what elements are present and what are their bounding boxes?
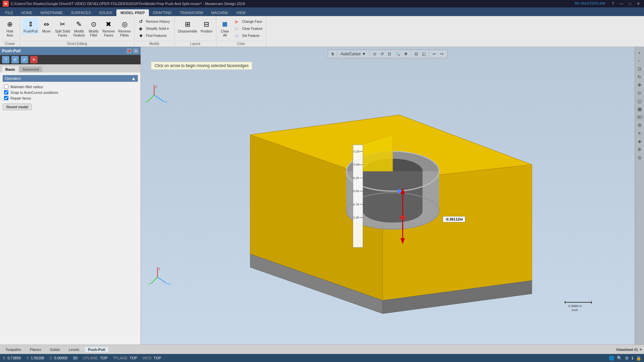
minimize-button[interactable]: — bbox=[618, 1, 625, 6]
help-button[interactable]: ? bbox=[610, 1, 615, 6]
svg-text:-1.00: -1.00 bbox=[352, 216, 359, 219]
vp-redo[interactable]: ↪ bbox=[439, 51, 445, 57]
remove-fillets-button[interactable]: ◎ RemoveFillets bbox=[117, 18, 132, 38]
tab-planes[interactable]: Planes bbox=[26, 347, 45, 352]
panel-pin-button[interactable]: 📌 bbox=[126, 48, 132, 54]
simplify-solid-button[interactable]: ◈ Simplify Solid ▾ bbox=[138, 25, 171, 32]
rt-extra2[interactable]: ◎ bbox=[636, 154, 643, 161]
panel-section-toggle[interactable]: ▲ bbox=[131, 76, 136, 81]
left-panel: Push-Pull 📌 ✕ ? ✔ ✔ ✕ Basic Advanced Ope… bbox=[0, 47, 141, 345]
vp-undo[interactable]: ↩ bbox=[431, 51, 437, 57]
push-pull-button[interactable]: ⇕ Push/Pull bbox=[22, 18, 39, 34]
simplify-solid-icon: ◈ bbox=[139, 26, 145, 31]
remove-history-button[interactable]: ↺ Remove History bbox=[138, 18, 171, 25]
repair-faces-checkbox[interactable] bbox=[4, 96, 8, 100]
status-tplane: TPLANE: TOP bbox=[113, 356, 137, 360]
split-solid-faces-button[interactable]: ✂ Split SolidFaces bbox=[54, 18, 71, 38]
ribbon-group-layout: ⊞ Disassemble ⊟ Position Layout bbox=[175, 16, 216, 47]
tab-view[interactable]: VIEW bbox=[232, 9, 250, 16]
tab-file[interactable]: FILE bbox=[1, 9, 17, 16]
viewport[interactable]: 0.25 0.00 -0.25 -0.50 -0.75 -1.00 X bbox=[141, 47, 635, 345]
svg-marker-4 bbox=[383, 281, 532, 314]
disassemble-icon: ⊞ bbox=[182, 19, 193, 29]
ribbon-group-layout-content: ⊞ Disassemble ⊟ Position bbox=[177, 17, 214, 41]
set-feature-button[interactable]: ◇ Set Feature bbox=[234, 32, 264, 39]
vp-tool-2[interactable]: ↺ bbox=[379, 51, 385, 57]
tab-drafting[interactable]: DRAFTING bbox=[149, 9, 176, 16]
tab-solids[interactable]: SOLIDS bbox=[95, 9, 116, 16]
vp-tool-4[interactable]: 🔍 bbox=[394, 51, 401, 57]
tab-toolpaths[interactable]: Toolpaths bbox=[2, 347, 24, 352]
revert-model-button[interactable]: Revert model bbox=[3, 104, 32, 110]
statusbar-globe-icon[interactable]: 🌐 bbox=[609, 356, 614, 361]
vp-tool-5[interactable]: ✥ bbox=[403, 51, 409, 57]
change-face-button[interactable]: ▶ Change Face bbox=[234, 18, 264, 25]
tab-model-prep[interactable]: MODEL PREP bbox=[116, 9, 149, 16]
modify-feature-button[interactable]: ✎ ModifyFeature bbox=[72, 18, 86, 38]
vp-tool-1[interactable]: ⊙ bbox=[372, 51, 378, 57]
titlebar-right: MY MASTERCAM ? — □ ✕ bbox=[572, 1, 641, 6]
rt-view2[interactable]: ▦ bbox=[636, 105, 643, 113]
rt-zoom-in[interactable]: + bbox=[636, 49, 643, 56]
remove-faces-button[interactable]: ✖ RemoveFaces bbox=[101, 18, 116, 38]
panel-apply-button[interactable]: ✔ bbox=[21, 56, 28, 63]
tab-home[interactable]: HOME bbox=[17, 9, 36, 16]
statusbar-settings-icon[interactable]: ⚙ bbox=[625, 356, 629, 361]
position-button[interactable]: ⊟ Position bbox=[199, 18, 214, 34]
panel-cancel-button[interactable]: ✕ bbox=[30, 56, 38, 63]
remove-history-label: Remove History bbox=[146, 20, 170, 23]
rt-view1[interactable]: ◱ bbox=[636, 97, 643, 105]
move-button[interactable]: ⇔ Move bbox=[40, 18, 53, 34]
tab-machine[interactable]: MACHINE bbox=[207, 9, 232, 16]
clear-feature-icon: ▷ bbox=[235, 26, 241, 31]
rt-3d[interactable]: 3D bbox=[636, 113, 643, 121]
clear-feature-button[interactable]: ▷ Clear Feature bbox=[234, 25, 264, 32]
rt-select[interactable]: ⊙ bbox=[636, 89, 643, 97]
panel-help-button[interactable]: ? bbox=[2, 56, 9, 63]
clear-all-button[interactable]: ■ ClearAll bbox=[218, 18, 232, 38]
ribbon-group-color: ■ ClearAll ▶ Change Face ▷ Clear Feature… bbox=[216, 16, 266, 47]
maintain-fillet-checkbox[interactable] bbox=[4, 84, 8, 89]
close-button[interactable]: ✕ bbox=[635, 1, 641, 6]
statusbar-zoom-icon[interactable]: 🔍 bbox=[617, 356, 622, 361]
rt-layers[interactable]: ≡ bbox=[636, 129, 643, 137]
split-solid-faces-icon: ✂ bbox=[57, 19, 68, 29]
rt-colors[interactable]: ◈ bbox=[636, 137, 643, 145]
svg-text:Y: Y bbox=[148, 282, 151, 286]
my-mastercam-link[interactable]: MY MASTERCAM bbox=[572, 1, 608, 6]
rt-rotate[interactable]: ↻ bbox=[636, 73, 643, 80]
vp-tool-3[interactable]: ⊡ bbox=[386, 51, 392, 57]
ribbon: ⊕ HoleAxis Create ⇕ Push/Pull ⇔ Move ✂ S… bbox=[0, 16, 644, 47]
viewsheet-add-button[interactable]: + bbox=[639, 347, 642, 352]
snap-autocursor-checkbox[interactable] bbox=[4, 90, 8, 95]
modify-fillet-button[interactable]: ⊙ ModifyFillet bbox=[87, 18, 100, 38]
tab-wireframe[interactable]: WIREFRAME bbox=[36, 9, 67, 16]
hole-axis-label: HoleAxis bbox=[6, 29, 13, 38]
rt-settings[interactable]: ⚙ bbox=[636, 121, 643, 129]
rt-fit[interactable]: ⊡ bbox=[636, 65, 643, 72]
tab-levels[interactable]: Levels bbox=[65, 347, 83, 352]
tab-push-pull[interactable]: Push-Pull bbox=[85, 347, 109, 352]
vp-tool-7[interactable]: ◱ bbox=[421, 51, 427, 57]
panel-ok-button[interactable]: ✔ bbox=[11, 56, 19, 63]
statusbar-info-icon[interactable]: ℹ bbox=[632, 356, 633, 361]
rt-pan[interactable]: ✥ bbox=[636, 81, 643, 88]
tab-transform[interactable]: TRANSFORM bbox=[176, 9, 207, 16]
rt-extra1[interactable]: ⊕ bbox=[636, 145, 643, 153]
hole-axis-button[interactable]: ⊕ HoleAxis bbox=[3, 18, 17, 38]
hole-axis-icon: ⊕ bbox=[5, 19, 15, 29]
autocursor-button[interactable]: AutoCursor ▼ bbox=[339, 51, 367, 57]
panel-close-button[interactable]: ✕ bbox=[133, 48, 139, 54]
rt-zoom-out[interactable]: − bbox=[636, 57, 643, 64]
tab-basic[interactable]: Basic bbox=[2, 66, 18, 72]
find-features-button[interactable]: ★ Find Features bbox=[138, 32, 171, 39]
panel-toolbar: ? ✔ ✔ ✕ bbox=[0, 55, 141, 64]
tab-advanced[interactable]: Advanced bbox=[19, 66, 42, 72]
tab-solids[interactable]: Solids bbox=[47, 347, 63, 352]
statusbar-lock-icon[interactable]: 🔒 bbox=[636, 356, 641, 361]
tab-surfaces[interactable]: SURFACES bbox=[67, 9, 95, 16]
maintain-fillet-row: Maintain fillet radius bbox=[3, 84, 138, 89]
disassemble-button[interactable]: ⊞ Disassemble bbox=[177, 18, 199, 34]
maximize-button[interactable]: □ bbox=[628, 1, 633, 6]
vp-tool-6[interactable]: ⊟ bbox=[413, 51, 419, 57]
